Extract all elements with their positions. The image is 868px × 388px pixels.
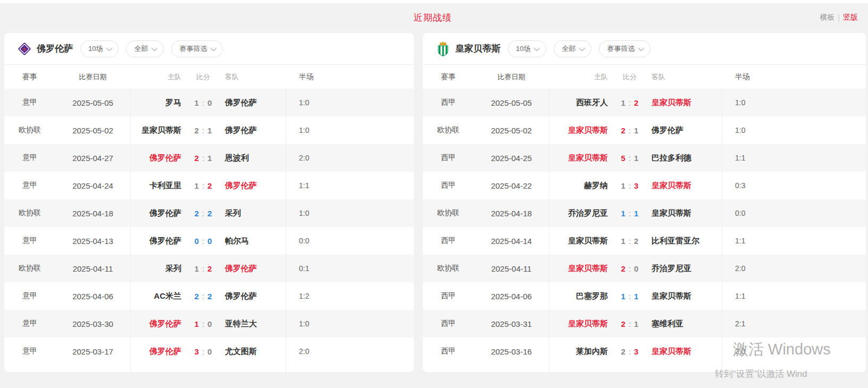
date-cell: 2025-04-25 (474, 154, 549, 163)
home-score: 2 (195, 126, 199, 135)
date-cell: 2025-04-11 (55, 264, 130, 273)
chevron-down-icon (106, 45, 112, 50)
scope-dropdown[interactable]: 全部 (554, 40, 591, 57)
away-team-name: 恩波利 (220, 153, 286, 163)
score-colon: : (629, 98, 631, 107)
chevron-down-icon (579, 45, 585, 50)
away-team-name: 比利亚雷亚尔 (646, 236, 722, 246)
away-team-name: 帕尔马 (220, 236, 286, 246)
half-time-cell: 1:0 (286, 319, 414, 328)
away-team-name: 皇家贝蒂斯 (646, 347, 722, 357)
team-name: 皇家贝蒂斯 (455, 43, 500, 55)
column-header-date: 比赛日期 (474, 72, 549, 82)
match-row[interactable]: 意甲 2025-04-24 卡利亚里 1 : 2 佛罗伦萨 1:1 (4, 172, 414, 199)
score-colon: : (629, 209, 631, 218)
match-count-dropdown[interactable]: 10场 (80, 40, 119, 57)
match-row[interactable]: 意甲 2025-03-30 佛罗伦萨 1 : 0 亚特兰大 1:0 (4, 310, 414, 338)
half-time-cell: 1:1 (722, 292, 866, 300)
home-team-name: 皇家贝蒂斯 (549, 125, 613, 136)
away-score: 0 (207, 319, 212, 328)
away-team-name: 亚特兰大 (220, 319, 286, 329)
layout-horizontal-option[interactable]: 横板 (820, 13, 834, 22)
away-score: 1 (634, 292, 638, 301)
score-colon: : (202, 237, 204, 246)
competition-cell: 欧协联 (4, 208, 55, 218)
match-row[interactable]: 西甲 2025-04-14 皇家贝蒂斯 1 : 2 比利亚雷亚尔 1:1 (423, 227, 866, 255)
away-team-name: 皇家贝蒂斯 (646, 181, 722, 191)
home-team-name: 佛罗伦萨 (131, 153, 187, 163)
home-team-name: 莱加内斯 (549, 347, 613, 357)
column-header-half: 半场 (286, 72, 414, 82)
competition-filter-dropdown[interactable]: 赛事筛选 (599, 40, 650, 57)
half-time-cell: 1:0 (286, 98, 414, 107)
date-cell: 2025-05-02 (55, 126, 130, 135)
page-title: 近期战绩 (414, 12, 452, 24)
home-team-name: 巴塞罗那 (549, 291, 613, 301)
away-team-name: 佛罗伦萨 (220, 264, 286, 274)
match-row[interactable]: 意甲 2025-05-05 罗马 1 : 0 佛罗伦萨 1:0 (4, 89, 414, 116)
home-team-name: 佛罗伦萨 (131, 319, 187, 329)
home-score: 2 (195, 154, 199, 163)
match-row[interactable]: 西甲 2025-03-31 皇家贝蒂斯 2 : 1 塞维利亚 2:1 (423, 310, 866, 338)
home-score: 1 (195, 319, 199, 328)
home-team-name: 佛罗伦萨 (131, 347, 187, 357)
score-cell: 佛罗伦萨 0 : 0 帕尔马 (130, 227, 286, 255)
score-colon: : (202, 209, 204, 218)
score-colon: : (202, 264, 204, 273)
home-team-name: 赫罗纳 (549, 181, 613, 191)
match-row[interactable]: 西甲 2025-04-06 巴塞罗那 1 : 1 皇家贝蒂斯 1:1 (423, 282, 866, 310)
away-team-name: 巴拉多利德 (646, 153, 722, 163)
team-name: 佛罗伦萨 (37, 43, 73, 55)
match-row[interactable]: 意甲 2025-04-06 AC米兰 2 : 2 佛罗伦萨 1:2 (4, 282, 414, 310)
away-team-name: 佛罗伦萨 (220, 98, 286, 108)
score-cell: 佛罗伦萨 3 : 0 尤文图斯 (130, 338, 286, 365)
match-row[interactable]: 欧协联 2025-04-18 乔治罗尼亚 1 : 1 皇家贝蒂斯 0:0 (423, 199, 866, 227)
score-cell: 皇家贝蒂斯 1 : 2 比利亚雷亚尔 (549, 227, 722, 255)
match-row[interactable]: 欧协联 2025-04-11 皇家贝蒂斯 2 : 0 乔治罗尼亚 2:0 (423, 255, 866, 282)
column-header-score: 比分 (613, 72, 646, 82)
half-time-cell: 2:0 (722, 264, 866, 273)
match-row[interactable]: 欧协联 2025-05-02 皇家贝蒂斯 2 : 1 佛罗伦萨 1:0 (4, 116, 414, 144)
match-row[interactable]: 意甲 2025-04-13 佛罗伦萨 0 : 0 帕尔马 0:0 (4, 227, 414, 255)
match-row[interactable]: 西甲 2025-05-05 西班牙人 1 : 2 皇家贝蒂斯 1:0 (423, 89, 866, 116)
column-header-home: 主队 (130, 72, 187, 82)
date-cell: 2025-04-06 (474, 292, 549, 301)
away-team-name: 塞维利亚 (646, 319, 722, 329)
home-team-name: 皇家贝蒂斯 (549, 153, 613, 163)
table-header: 赛事 比赛日期 主队 比分 客队 半场 (423, 65, 866, 89)
home-team-name: 佛罗伦萨 (131, 236, 187, 246)
home-team-name: 西班牙人 (549, 98, 613, 108)
half-time-cell: 0:1 (286, 264, 414, 273)
home-score: 3 (195, 347, 199, 356)
team-panel-fiorentina: ⚜ 佛罗伦萨 10场 全部 赛事筛选 赛事 比赛日期 主队 比分 (4, 33, 414, 372)
score-cell: 皇家贝蒂斯 2 : 1 佛罗伦萨 (130, 116, 286, 144)
competition-filter-dropdown[interactable]: 赛事筛选 (171, 40, 223, 57)
away-score: 1 (207, 154, 212, 163)
home-team-name: 佛罗伦萨 (131, 208, 187, 218)
match-row[interactable]: 西甲 2025-03-16 莱加内斯 2 : 3 皇家贝蒂斯 2:0 (423, 338, 866, 365)
score-cell: 莱加内斯 2 : 3 皇家贝蒂斯 (549, 338, 722, 365)
score-cell: 采列 1 : 2 佛罗伦萨 (130, 255, 286, 282)
match-row[interactable]: 欧协联 2025-05-02 皇家贝蒂斯 2 : 1 佛罗伦萨 1:0 (423, 116, 866, 144)
away-score: 0 (207, 98, 212, 107)
match-row[interactable]: 西甲 2025-04-25 皇家贝蒂斯 5 : 1 巴拉多利德 1:1 (423, 144, 866, 172)
away-team-name: 佛罗伦萨 (220, 181, 286, 191)
match-count-dropdown[interactable]: 10场 (508, 40, 546, 57)
away-score: 3 (634, 181, 638, 190)
match-row[interactable]: 西甲 2025-04-22 赫罗纳 1 : 3 皇家贝蒂斯 0:3 (423, 172, 866, 199)
competition-cell: 西甲 (423, 319, 474, 328)
scope-dropdown[interactable]: 全部 (126, 40, 164, 57)
away-score: 1 (634, 154, 638, 163)
match-row[interactable]: 欧协联 2025-04-18 佛罗伦萨 2 : 2 采列 1:0 (4, 199, 414, 227)
score-colon: : (202, 292, 204, 301)
score-colon: : (629, 347, 631, 356)
half-time-cell: 1:1 (286, 181, 414, 190)
home-score: 0 (195, 237, 199, 246)
layout-vertical-option[interactable]: 竖版 (843, 13, 858, 22)
match-row[interactable]: 意甲 2025-03-17 佛罗伦萨 3 : 0 尤文图斯 2:0 (4, 338, 414, 365)
match-row[interactable]: 欧协联 2025-04-11 采列 1 : 2 佛罗伦萨 0:1 (4, 255, 414, 282)
column-header-away: 客队 (646, 72, 722, 82)
home-score: 2 (621, 347, 625, 356)
match-row[interactable]: 意甲 2025-04-27 佛罗伦萨 2 : 1 恩波利 2:0 (4, 144, 414, 172)
competition-filter-label: 赛事筛选 (179, 44, 207, 54)
